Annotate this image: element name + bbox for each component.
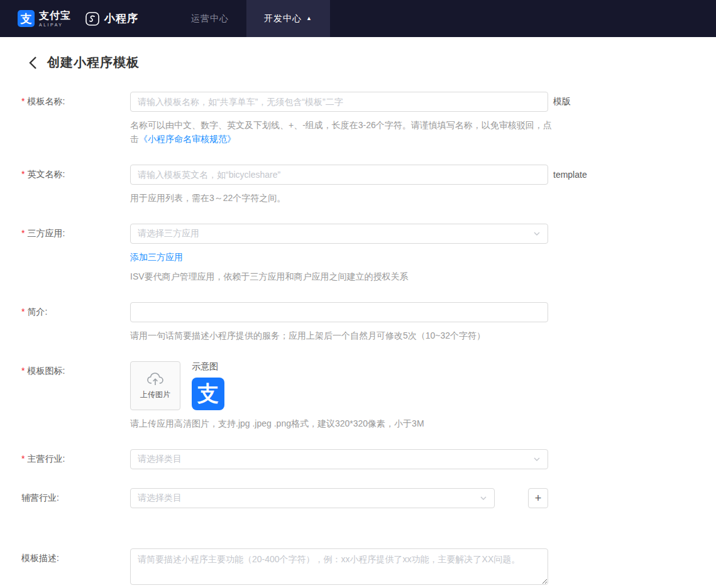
english-name-help: 用于应用列表，需在3～22个字符之间。: [130, 191, 553, 205]
third-party-app-select[interactable]: 请选择三方应用: [130, 224, 548, 244]
alipay-logo-icon: 支: [18, 10, 35, 27]
alipay-logo: 支 支付宝 ALIPAY: [18, 10, 71, 27]
caret-up-icon: ▲: [306, 15, 312, 21]
secondary-industry-select[interactable]: 请选择类目: [130, 488, 495, 508]
intro-label: * 简介:: [21, 302, 130, 342]
intro-input[interactable]: [130, 302, 548, 322]
english-name-input[interactable]: [130, 165, 548, 185]
miniprogram-logo-icon: [85, 11, 100, 26]
form-row-secondary-industry: 辅营行业: 请选择类目 +: [21, 488, 716, 508]
naming-rules-link[interactable]: 《小程序命名审核规范》: [139, 134, 236, 144]
form-row-template-name: * 模板名称: 模版 名称可以由中文、数字、英文及下划线、+、-组成，长度在3-…: [21, 92, 716, 146]
required-mark: *: [21, 454, 25, 464]
main-content: 创建小程序模板 * 模板名称: 模版 名称可以由中文、数字、英文及下划线、+、-…: [0, 37, 716, 588]
cloud-upload-icon: [146, 371, 165, 386]
required-mark: *: [21, 307, 25, 317]
miniprogram-logo: 小程序: [85, 11, 138, 26]
main-industry-select[interactable]: 请选择类目: [130, 449, 548, 469]
miniprogram-product-name: 小程序: [104, 11, 138, 26]
template-icon-help: 请上传应用高清图片，支持.jpg .jpeg .png格式，建议320*320像…: [130, 416, 553, 430]
intro-help: 请用一句话简要描述小程序提供的服务；应用上架后一个自然月可修改5次（10~32个…: [130, 329, 553, 342]
nav-item-dev-center[interactable]: 开发中心 ▲: [246, 0, 330, 37]
chevron-down-icon: [533, 455, 541, 463]
page-header: 创建小程序模板: [28, 54, 716, 71]
form-row-main-industry: * 主营行业: 请选择类目: [21, 449, 716, 469]
upload-image-button[interactable]: 上传图片: [130, 361, 180, 410]
back-icon[interactable]: [28, 56, 38, 70]
template-name-help: 名称可以由中文、数字、英文及下划线、+、-组成，长度在3-26个字符。请谨慎填写…: [130, 118, 553, 146]
form-row-template-desc: 模板描述: 应用上架后一个自然月可修改5次: [21, 548, 716, 588]
brand-area: 支 支付宝 ALIPAY 小程序: [0, 0, 138, 37]
page-title: 创建小程序模板: [47, 54, 140, 71]
alipay-wordmark: 支付宝: [39, 11, 71, 21]
secondary-industry-label: 辅营行业:: [21, 488, 130, 508]
template-desc-textarea[interactable]: [130, 548, 548, 585]
third-party-app-label: * 三方应用:: [21, 224, 130, 283]
form-row-intro: * 简介: 请用一句话简要描述小程序提供的服务；应用上架后一个自然月可修改5次（…: [21, 302, 716, 342]
form-row-third-party-app: * 三方应用: 请选择三方应用 添加三方应用 ISV要代商户管理应用，依赖于三方…: [21, 224, 716, 283]
template-name-input[interactable]: [130, 92, 548, 112]
required-mark: *: [21, 366, 25, 376]
add-secondary-industry-button[interactable]: +: [528, 488, 548, 508]
nav-item-operations-center[interactable]: 运营中心: [173, 0, 246, 37]
english-name-suffix: template: [553, 170, 587, 180]
chevron-down-icon: [533, 230, 541, 237]
form-row-english-name: * 英文名称: template 用于应用列表，需在3～22个字符之间。: [21, 165, 716, 205]
sample-image-label: 示意图: [192, 361, 224, 373]
template-desc-label: 模板描述:: [21, 548, 130, 588]
template-name-suffix: 模版: [553, 96, 571, 107]
form-row-template-icon: * 模板图标: 上传图片 示意图 支 请: [21, 361, 716, 430]
chevron-down-icon: [480, 494, 487, 502]
nav-menu: 运营中心 开发中心 ▲: [173, 0, 330, 37]
template-icon-label: * 模板图标:: [21, 361, 130, 430]
top-navbar: 支 支付宝 ALIPAY 小程序 运营中心 开发中心 ▲: [0, 0, 716, 37]
add-third-party-app-link[interactable]: 添加三方应用: [130, 252, 183, 263]
alipay-wordmark-en: ALIPAY: [39, 23, 71, 27]
required-mark: *: [21, 169, 25, 179]
template-name-label: * 模板名称:: [21, 92, 130, 146]
required-mark: *: [21, 96, 25, 106]
third-party-app-help: ISV要代商户管理应用，依赖于三方应用和商户应用之间建立的授权关系: [130, 270, 553, 283]
alipay-sample-icon: 支: [192, 378, 224, 410]
english-name-label: * 英文名称:: [21, 165, 130, 205]
required-mark: *: [21, 228, 25, 238]
main-industry-label: * 主营行业:: [21, 449, 130, 469]
